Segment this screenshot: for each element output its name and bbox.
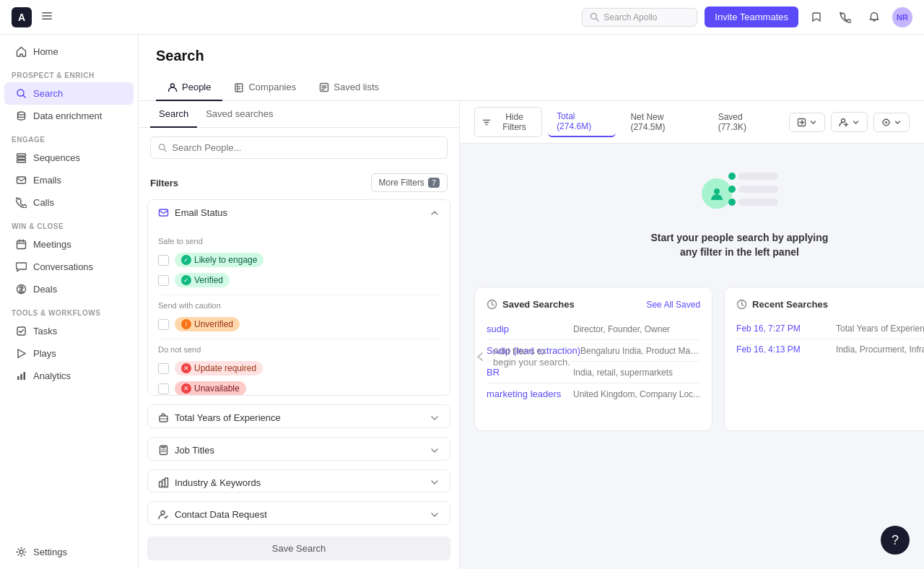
saved-search-desc-2: India, retail, supermarkets	[573, 368, 700, 378]
filter-section-email-status: Email Status Safe to send ✓ Likely to	[147, 199, 450, 396]
svg-rect-20	[20, 374, 22, 380]
sidebar-item-data-enrichment[interactable]: Data enrichment	[4, 105, 134, 127]
search-people-icon	[158, 143, 167, 152]
more-filters-button[interactable]: More Filters 7	[371, 173, 448, 192]
sidebar-item-home[interactable]: Home	[4, 40, 134, 63]
export-button[interactable]	[789, 113, 825, 132]
bookmark-icon[interactable]	[806, 6, 827, 28]
unverified-checkbox[interactable]	[158, 319, 169, 330]
unavailable-text: Unavailable	[194, 383, 240, 394]
svg-point-54	[714, 188, 720, 194]
count-tab-net-new[interactable]: Net New (274.5M)	[622, 108, 703, 136]
search-people-field[interactable]	[172, 142, 440, 153]
notification-icon[interactable]	[863, 6, 885, 28]
chevron-up-icon	[430, 208, 440, 218]
filter-section-contact-data: Contact Data Request	[147, 501, 450, 525]
chevron-down-icon	[430, 477, 440, 487]
contact-data-header[interactable]: Contact Data Request	[148, 502, 450, 525]
filter-option-unavailable[interactable]: ✕ Unavailable	[158, 378, 440, 396]
sidebar-item-settings[interactable]: Settings	[4, 541, 134, 563]
save-search-button[interactable]: Save Search	[147, 537, 450, 560]
svg-rect-27	[236, 86, 237, 87]
add-to-list-button[interactable]	[831, 112, 868, 132]
svg-marker-18	[18, 349, 25, 357]
saved-search-name-2: BR	[487, 367, 573, 378]
recent-date-1: Feb 16, 4:13 PM	[736, 344, 830, 355]
svg-rect-30	[241, 86, 242, 87]
unavailable-checkbox[interactable]	[158, 383, 169, 394]
sidebar-item-conversations[interactable]: Conversations	[4, 256, 134, 278]
saved-search-item-3[interactable]: marketing leaders United Kingdom, Compan…	[487, 383, 700, 404]
filter-subtab-search[interactable]: Search	[150, 101, 197, 128]
count-tab-saved[interactable]: Saved (77.3K)	[710, 108, 777, 136]
tab-people[interactable]: People	[156, 74, 222, 101]
view-toggle-button[interactable]	[873, 113, 910, 132]
svg-rect-24	[235, 84, 243, 92]
sidebar-item-meetings[interactable]: Meetings	[4, 233, 134, 256]
dot-1	[728, 173, 736, 180]
saved-search-desc-1: Bengaluru India, Product Mana...	[580, 346, 700, 356]
saved-search-item-0[interactable]: sudip Director, Founder, Owner	[487, 318, 700, 340]
svg-rect-19	[17, 376, 19, 380]
sidebar-item-deals[interactable]: Deals	[4, 278, 134, 300]
search-people-input[interactable]	[150, 136, 448, 159]
more-filters-label: More Filters	[379, 178, 424, 188]
tab-saved-lists[interactable]: Saved lists	[308, 74, 391, 101]
saved-search-name-3: marketing leaders	[487, 388, 573, 399]
arrow-left-icon	[474, 350, 487, 363]
sidebar-item-analytics[interactable]: Analytics	[4, 365, 134, 387]
sidebar-item-calls[interactable]: Calls	[4, 191, 134, 214]
chevron-down-export-icon	[809, 118, 817, 126]
person-icon	[167, 82, 178, 92]
likely-to-engage-checkbox[interactable]	[158, 255, 169, 266]
tab-companies[interactable]: Companies	[222, 74, 308, 101]
recent-search-item-0[interactable]: Feb 16, 7:27 PM Total Years of Experienc…	[736, 318, 924, 339]
recent-desc-1: India, Procurment, Infra, Facilit...	[836, 344, 924, 355]
update-required-checkbox[interactable]	[158, 363, 169, 374]
job-titles-header[interactable]: Job Titles	[148, 438, 450, 461]
svg-rect-31	[241, 88, 242, 89]
badge-icon-verified: ✓	[181, 275, 191, 285]
sidebar-item-label: Data enrichment	[33, 110, 102, 121]
hide-filters-button[interactable]: Hide Filters	[474, 107, 542, 137]
search-icon	[590, 12, 599, 22]
hide-filters-label: Hide Filters	[494, 112, 534, 132]
sidebar-item-emails[interactable]: Emails	[4, 169, 134, 191]
filter-option-verified[interactable]: ✓ Verified	[158, 270, 440, 290]
industry-keywords-header[interactable]: Industry & Keywords	[148, 470, 450, 493]
empty-lines	[738, 173, 778, 206]
verified-checkbox[interactable]	[158, 275, 169, 286]
line-row-3	[738, 199, 778, 206]
calendar-icon	[16, 239, 27, 250]
years-experience-header[interactable]: Total Years of Experience	[148, 405, 450, 428]
chevron-down-view-icon	[894, 118, 902, 126]
sidebar-item-tasks[interactable]: Tasks	[4, 320, 134, 342]
global-search[interactable]: Search Apollo	[582, 8, 697, 27]
filter-option-unverified[interactable]: ! Unverified	[158, 314, 440, 334]
email-status-header[interactable]: Email Status	[148, 200, 450, 225]
sidebar-item-search[interactable]: Search	[4, 82, 134, 105]
sidebar-item-label: Deals	[33, 284, 57, 295]
logo[interactable]: A	[12, 7, 32, 27]
sidebar-item-plays[interactable]: Plays	[4, 342, 134, 365]
unverified-badge: ! Unverified	[175, 317, 240, 331]
recent-search-item-1[interactable]: Feb 16, 4:13 PM India, Procurment, Infra…	[736, 339, 924, 360]
sidebar-item-sequences[interactable]: Sequences	[4, 147, 134, 169]
count-tab-total[interactable]: Total (274.6M)	[548, 107, 616, 137]
filter-option-likely-to-engage[interactable]: ✓ Likely to engage	[158, 250, 440, 270]
see-all-saved-link[interactable]: See All Saved	[646, 300, 700, 310]
filter-option-update-required[interactable]: ✕ Update required	[158, 358, 440, 378]
filter-subtab-saved[interactable]: Saved searches	[197, 101, 282, 128]
invite-teammates-button[interactable]: Invite Teammates	[705, 6, 798, 27]
results-toolbar: Hide Filters Total (274.6M) Net New (274…	[460, 101, 924, 144]
phone-icon[interactable]	[834, 6, 856, 28]
export-icon	[797, 118, 806, 127]
user-avatar[interactable]: NR	[892, 7, 912, 27]
filter-sub-tabs: Search Saved searches	[139, 101, 459, 128]
id-badge-icon	[158, 445, 169, 456]
help-button[interactable]: ?	[881, 526, 910, 555]
svg-rect-1	[42, 15, 52, 17]
sidebar-toggle-icon[interactable]	[40, 9, 53, 25]
filter-icon	[482, 118, 491, 127]
svg-rect-38	[160, 209, 168, 216]
